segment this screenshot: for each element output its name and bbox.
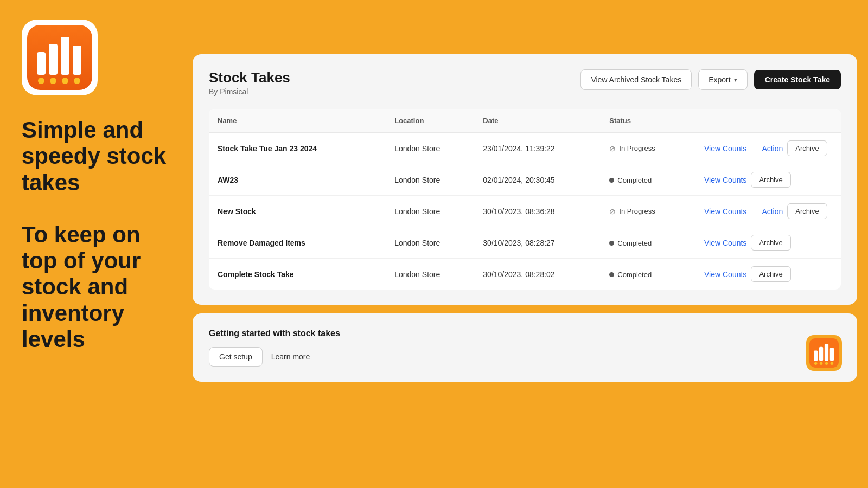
row-name: Complete Stock Take: [209, 259, 386, 290]
chevron-down-icon: ▾: [734, 76, 737, 84]
tagline-1: Simple and speedy stock takes: [22, 117, 174, 196]
table-row: Complete Stock TakeLondon Store30/10/202…: [209, 259, 841, 290]
stock-takes-table: Name Location Date Status Stock Take Tue…: [209, 109, 841, 290]
col-header-location: Location: [386, 109, 474, 133]
archive-button[interactable]: Archive: [787, 140, 827, 156]
getting-started-card: Getting started with stock takes Get set…: [193, 313, 857, 382]
status-dot-icon: [609, 272, 614, 277]
svg-rect-1: [37, 52, 46, 75]
get-setup-button[interactable]: Get setup: [209, 347, 263, 367]
archive-button[interactable]: Archive: [751, 266, 790, 282]
row-actions: View CountsArchive: [695, 227, 841, 259]
row-name: AW23: [209, 164, 386, 196]
mini-logo: [806, 335, 842, 371]
svg-rect-12: [825, 344, 828, 361]
export-label: Export: [709, 75, 730, 84]
status-text: Completed: [617, 176, 652, 184]
archive-button[interactable]: Archive: [787, 203, 827, 219]
table-row: New StockLondon Store30/10/2023, 08:36:2…: [209, 196, 841, 227]
row-name: New Stock: [209, 196, 386, 227]
getting-started-actions: Get setup Learn more: [209, 347, 841, 367]
action-button[interactable]: Action: [762, 144, 783, 153]
row-name: Stock Take Tue Jan 23 2024: [209, 133, 386, 164]
archive-button[interactable]: Archive: [751, 235, 790, 251]
page-title: Stock Takes: [209, 69, 290, 86]
learn-label: Learn more: [271, 352, 310, 361]
row-date: 30/10/2023, 08:36:28: [474, 196, 601, 227]
col-header-date: Date: [474, 109, 601, 133]
row-actions: View CountsActionArchive: [695, 133, 841, 164]
header-actions: View Archived Stock Takes Export ▾ Creat…: [580, 69, 841, 90]
view-counts-button[interactable]: View Counts: [704, 176, 746, 184]
svg-point-15: [820, 362, 822, 365]
stock-takes-card: Stock Takes By Pimsical View Archived St…: [193, 54, 857, 305]
tagline-2: To keep on top of your stock and invento…: [22, 222, 174, 352]
svg-rect-13: [830, 348, 834, 361]
col-header-actions: [695, 109, 841, 133]
svg-point-17: [831, 362, 833, 365]
table-row: Stock Take Tue Jan 23 2024London Store23…: [209, 133, 841, 164]
row-location: London Store: [386, 133, 474, 164]
archive-button[interactable]: Archive: [751, 172, 790, 188]
row-actions: View CountsArchive: [695, 164, 841, 196]
svg-rect-11: [819, 347, 823, 361]
status-inprogress-icon: ⊘: [609, 144, 616, 153]
main-panel: Stock Takes By Pimsical View Archived St…: [193, 54, 857, 477]
row-status: ⊘In Progress: [601, 196, 695, 227]
svg-rect-10: [814, 351, 818, 361]
row-date: 30/10/2023, 08:28:27: [474, 227, 601, 259]
table-row: Remove Damaged ItemsLondon Store30/10/20…: [209, 227, 841, 259]
svg-point-16: [825, 362, 828, 365]
svg-point-14: [814, 362, 817, 365]
row-date: 30/10/2023, 08:28:02: [474, 259, 601, 290]
svg-rect-9: [809, 338, 839, 368]
row-location: London Store: [386, 227, 474, 259]
svg-rect-3: [61, 37, 69, 75]
svg-rect-2: [49, 44, 58, 75]
action-button[interactable]: Action: [762, 207, 783, 216]
row-status: ⊘In Progress: [601, 133, 695, 164]
view-counts-button[interactable]: View Counts: [704, 239, 746, 247]
left-panel: Simple and speedy stock takes To keep on…: [0, 0, 195, 488]
status-text: Completed: [617, 239, 652, 247]
row-status: Completed: [601, 164, 695, 196]
status-inprogress-icon: ⊘: [609, 207, 616, 216]
view-archived-label: View Archived Stock Takes: [591, 75, 681, 84]
learn-more-button[interactable]: Learn more: [271, 352, 310, 361]
view-counts-button[interactable]: View Counts: [704, 207, 746, 216]
create-stock-take-button[interactable]: Create Stock Take: [754, 70, 841, 89]
col-header-name: Name: [209, 109, 386, 133]
status-dot-icon: [609, 241, 614, 246]
status-text: In Progress: [619, 207, 655, 215]
row-location: London Store: [386, 196, 474, 227]
row-actions: View CountsArchive: [695, 259, 841, 290]
view-counts-button[interactable]: View Counts: [704, 144, 746, 153]
card-title-group: Stock Takes By Pimsical: [209, 69, 290, 96]
page-subtitle: By Pimsical: [209, 87, 290, 96]
getting-started-title: Getting started with stock takes: [209, 329, 841, 338]
row-status: Completed: [601, 227, 695, 259]
export-button[interactable]: Export ▾: [698, 69, 747, 90]
app-logo: [22, 20, 98, 95]
row-status: Completed: [601, 259, 695, 290]
status-text: In Progress: [619, 144, 655, 152]
table-row: AW23London Store02/01/2024, 20:30:45Comp…: [209, 164, 841, 196]
create-label: Create Stock Take: [765, 75, 830, 84]
row-location: London Store: [386, 164, 474, 196]
svg-point-8: [74, 78, 80, 84]
svg-point-6: [50, 78, 56, 84]
svg-point-7: [62, 78, 68, 84]
svg-point-5: [38, 78, 44, 84]
row-actions: View CountsActionArchive: [695, 196, 841, 227]
row-name: Remove Damaged Items: [209, 227, 386, 259]
card-header: Stock Takes By Pimsical View Archived St…: [209, 69, 841, 96]
svg-rect-4: [73, 46, 81, 75]
row-date: 23/01/2024, 11:39:22: [474, 133, 601, 164]
col-header-status: Status: [601, 109, 695, 133]
row-location: London Store: [386, 259, 474, 290]
setup-label: Get setup: [219, 352, 252, 361]
view-archived-button[interactable]: View Archived Stock Takes: [580, 69, 692, 90]
view-counts-button[interactable]: View Counts: [704, 270, 746, 279]
row-date: 02/01/2024, 20:30:45: [474, 164, 601, 196]
table-header-row: Name Location Date Status: [209, 109, 841, 133]
